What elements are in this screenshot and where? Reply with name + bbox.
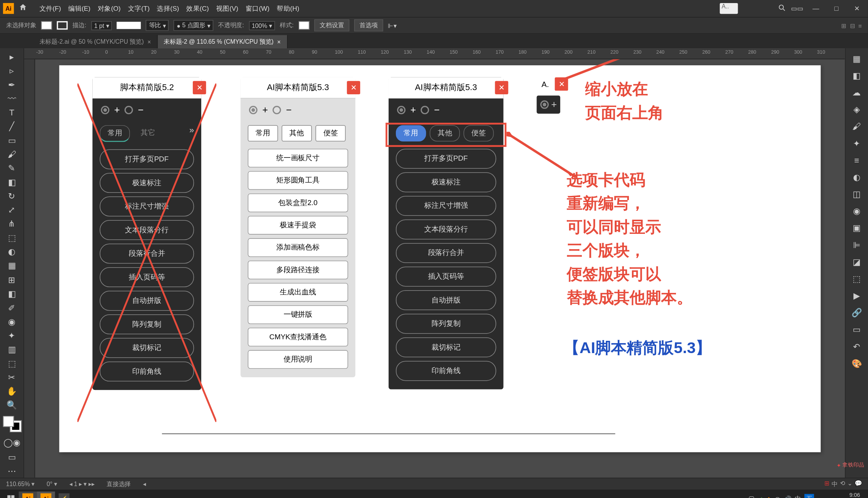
edit-toolbar[interactable]: ⋯ (2, 464, 21, 477)
tray-volume-icon[interactable]: 🔊 (784, 495, 791, 498)
tab-other[interactable]: 其他 (430, 125, 460, 141)
direct-select-tool[interactable]: ▹ (2, 64, 21, 77)
menu-select[interactable]: 选择(S) (153, 4, 183, 13)
uniform-dropdown[interactable]: 等比 ▾ (146, 20, 169, 31)
graphic-styles-panel-icon[interactable]: ▣ (848, 220, 865, 236)
script-button[interactable]: 多段路径连接 (248, 261, 348, 279)
tab-notes[interactable]: 便签 (315, 125, 346, 141)
selection-tool[interactable]: ▸ (2, 50, 21, 63)
free-transform-tool[interactable]: ⬚ (2, 232, 21, 244)
taskbar-app-ai[interactable]: Ai (19, 491, 37, 498)
script-button[interactable]: 印前角线 (396, 361, 496, 381)
tray-network-icon[interactable]: 🖵 (748, 495, 755, 498)
pathfinder-panel-icon[interactable]: ◪ (848, 254, 865, 270)
stroke-weight[interactable]: 1 pt ▾ (91, 21, 112, 30)
script-button[interactable]: 文本段落分行 (100, 220, 194, 240)
eyedropper-tool[interactable]: ✐ (2, 301, 21, 314)
minus-icon[interactable]: − (138, 105, 144, 115)
menu-edit[interactable]: 编辑(E) (65, 4, 94, 13)
rectangle-tool[interactable]: ▭ (2, 134, 21, 146)
close-button[interactable]: ✕ (555, 77, 568, 91)
perspective-tool[interactable]: ▦ (2, 259, 21, 272)
curvature-tool[interactable]: 〰 (2, 92, 21, 105)
script-button[interactable]: 统一画板尺寸 (248, 149, 348, 168)
start-button[interactable] (3, 491, 19, 498)
transparency-panel-icon[interactable]: ◫ (848, 186, 865, 202)
script-button[interactable]: 添加画稿色标 (248, 238, 348, 257)
close-icon[interactable]: × (277, 38, 281, 45)
transform-panel-icon[interactable]: ⬚ (848, 271, 865, 286)
scroll-left-icon[interactable]: ◂ (143, 481, 146, 487)
close-button[interactable]: ✕ (849, 3, 865, 14)
graph-tool[interactable]: ▥ (2, 343, 21, 356)
libraries-panel-icon[interactable]: ☁ (848, 85, 865, 100)
blend-tool[interactable]: ◉ (2, 315, 21, 328)
script-button[interactable]: 印前角线 (100, 362, 194, 381)
line-tool[interactable]: ╱ (2, 120, 21, 133)
rotate-tool[interactable]: ↻ (2, 190, 21, 202)
radio-on-icon[interactable] (101, 106, 109, 114)
plus-icon[interactable]: + (410, 105, 416, 115)
type-tool[interactable]: T (2, 106, 21, 118)
shaper-tool[interactable]: ✎ (2, 162, 21, 174)
taskbar-app-ai2[interactable]: Ai (37, 491, 55, 498)
script-button[interactable]: 阵列复制 (100, 314, 194, 334)
links-panel-icon[interactable]: 🔗 (848, 305, 865, 320)
script-button[interactable]: 打开多页PDF (396, 149, 496, 169)
panel-toggle-icon[interactable]: ⊞ (841, 22, 846, 29)
artboard-tool[interactable]: ⬚ (2, 357, 21, 370)
brush-tool[interactable]: 🖌 (2, 148, 21, 160)
tab-common[interactable]: 常用 (248, 125, 278, 141)
ime-icon[interactable]: 中 (832, 480, 838, 488)
script-button[interactable]: 包装盒型2.0 (248, 194, 348, 212)
panel-menu-icon[interactable]: ≡ (858, 22, 862, 29)
script-button[interactable]: 自动拼版 (100, 291, 194, 311)
chevron-right-icon[interactable]: » (189, 125, 194, 142)
script-button[interactable]: 矩形圆角工具 (248, 171, 348, 190)
script-button[interactable]: 一键拼版 (248, 305, 348, 324)
close-icon[interactable]: × (148, 38, 151, 45)
plus-icon[interactable]: + (262, 105, 268, 115)
mesh-tool[interactable]: ⊞ (2, 273, 21, 286)
tab-common[interactable]: 常用 (396, 125, 426, 141)
brush-dropdown[interactable]: ● 5 点圆形 ▾ (174, 20, 213, 31)
artboards-panel-icon[interactable]: ▭ (848, 322, 865, 337)
tray-ime-icon[interactable]: 中 (795, 495, 801, 498)
layers-panel-icon[interactable]: ◧ (848, 68, 865, 84)
menu-effect[interactable]: 效果(C) (183, 4, 213, 13)
color-controls[interactable] (3, 416, 21, 432)
close-button[interactable]: ✕ (495, 81, 509, 94)
eraser-tool[interactable]: ◧ (2, 176, 21, 188)
gradient-tool[interactable]: ◧ (2, 287, 21, 300)
script-button[interactable]: 插入页码等 (396, 266, 496, 286)
plus-icon[interactable]: + (114, 105, 120, 115)
gradient-panel-icon[interactable]: ◐ (848, 169, 865, 185)
script-button[interactable]: 阵列复制 (396, 314, 496, 334)
more-icon[interactable]: ⌄ (847, 480, 852, 488)
tray-input-icon[interactable]: 五 (805, 494, 814, 498)
arrange-icon[interactable]: ▭▭ (791, 5, 803, 13)
symbols-panel-icon[interactable]: ✦ (848, 135, 865, 151)
tab-common[interactable]: 常用 (100, 125, 130, 142)
appearance-panel-icon[interactable]: ◉ (848, 203, 865, 219)
artboard-nav[interactable]: ◂ 1 ▸ ▾ ▸▸ (69, 481, 95, 487)
hand-tool[interactable]: ✋ (2, 385, 21, 398)
script-button[interactable]: 段落行合并 (100, 244, 194, 264)
slice-tool[interactable]: ✂ (2, 371, 21, 383)
properties-panel-icon[interactable]: ▦ (848, 51, 865, 66)
script-button[interactable]: 裁切标记 (396, 337, 496, 357)
doc-setup-button[interactable]: 文档设置 (314, 19, 349, 31)
script-button[interactable]: 标注尺寸增强 (100, 197, 194, 217)
tray-app-icon[interactable]: ◉ (775, 495, 780, 498)
radio-off-icon[interactable] (273, 106, 281, 114)
zoom-tool[interactable]: 🔍 (2, 399, 21, 411)
radio-on-icon[interactable] (540, 100, 549, 109)
align-icon[interactable]: ⊩▾ (388, 22, 396, 29)
swatches-panel-icon[interactable]: ◈ (848, 102, 865, 117)
shape-builder-tool[interactable]: ◐ (2, 245, 21, 258)
menu-view[interactable]: 视图(V) (212, 4, 242, 13)
close-button[interactable]: ✕ (193, 81, 206, 94)
scale-tool[interactable]: ⤢ (2, 204, 21, 216)
fill-swatch[interactable] (41, 21, 52, 30)
rotation-angle[interactable]: 0° ▾ (47, 481, 57, 487)
